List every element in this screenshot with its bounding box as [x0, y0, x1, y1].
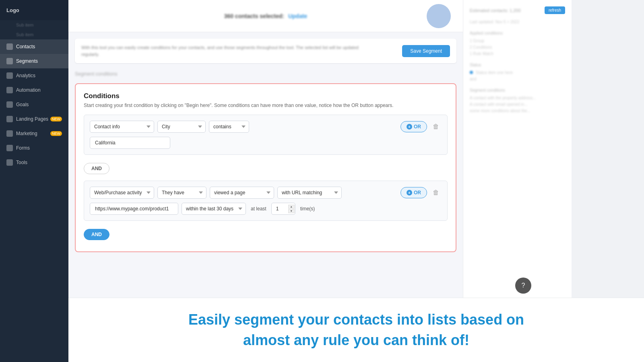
right-panel-status-item-0: Status item one here [470, 70, 565, 76]
bottom-text-section: Easily segment your contacts into lists … [68, 298, 644, 362]
sidebar-item-label: Tools [16, 160, 27, 165]
condition-row-2-selects: Web/Purchase activity Contact info Email… [90, 187, 442, 199]
sidebar-item-label: Segments [16, 58, 38, 64]
tools-icon [6, 159, 13, 166]
header-title: 360 contacts selected: Update [224, 13, 308, 19]
status-dot [470, 71, 473, 74]
landingpages-icon [6, 116, 13, 122]
or-label: OR [414, 124, 421, 130]
condition-row-2-delete-button[interactable]: 🗑 [430, 187, 442, 198]
and-button-container-2: AND [84, 226, 448, 243]
condition-row-2-url-input[interactable] [90, 203, 178, 215]
sidebar-item-label: Contacts [16, 44, 35, 49]
condition-row-1-value-input[interactable] [90, 137, 170, 149]
times-label: time(s) [300, 206, 315, 212]
or-icon: + [407, 124, 412, 130]
right-panel-section-updated: Last updated: Nov 5 > 2022 [470, 19, 565, 25]
right-panel-status-title: Status [470, 63, 565, 67]
sidebar-item-marketing[interactable]: Marketing NEW [0, 126, 68, 141]
right-panel-section-status: Status Status item one here and [470, 63, 565, 82]
spinner-up[interactable]: ▲ [288, 205, 295, 209]
automation-icon [6, 87, 13, 93]
condition-row-2-value-row: within the last 30 days within the last … [90, 203, 442, 215]
right-panel-refresh-button[interactable]: refresh [545, 6, 565, 14]
section-title: Segment conditions [68, 70, 463, 80]
sidebar-item-label: Analytics [16, 73, 35, 78]
header-title-prefix: 360 contacts selected: [224, 13, 284, 19]
condition-row-1-or-button[interactable]: + OR [400, 121, 427, 132]
goals-icon [6, 101, 13, 108]
sidebar-item-label: Landing Pages [16, 116, 48, 122]
condition-row-2-or-button[interactable]: + OR [400, 187, 427, 198]
contacts-icon [6, 43, 13, 50]
and-button-container-1: AND [84, 160, 448, 177]
conditions-box: Conditions Start creating your first con… [75, 83, 456, 252]
sidebar-item-analytics[interactable]: Analytics [0, 68, 68, 83]
condition-row-1-selects: Contact info Web/Purchase activity Email… [90, 121, 442, 133]
condition-row-1-operator-select[interactable]: contains equals starts with ends with [209, 121, 249, 133]
sidebar-sub-item-2[interactable]: Sub item [0, 30, 68, 39]
marketing-icon [6, 130, 13, 137]
sidebar-item-automation[interactable]: Automation [0, 83, 68, 97]
sidebar-item-contacts[interactable]: Contacts [0, 39, 68, 54]
right-panel-title: Estimated contacts: 1,200 [470, 8, 521, 13]
number-spinners: ▲ ▼ [288, 205, 295, 213]
and-button-2[interactable]: AND [84, 229, 109, 240]
sidebar-item-tools[interactable]: Tools [0, 155, 68, 170]
help-button[interactable]: ? [515, 278, 531, 294]
right-panel-header: Estimated contacts: 1,200 refresh [470, 6, 565, 14]
condition-row-1-field-select[interactable]: City Country State Email [157, 121, 206, 133]
header-title-link[interactable]: Update [288, 13, 307, 19]
sidebar-logo-text: Logo [6, 7, 19, 13]
info-banner-text: With this tool you can easily create con… [81, 44, 371, 58]
sidebar-item-forms[interactable]: Forms [0, 141, 68, 155]
right-panel-section-conditions: Segment conditions A contact with the pr… [470, 88, 565, 114]
sidebar-item-label: Marketing [16, 131, 37, 136]
forms-icon [6, 145, 13, 151]
segments-icon [6, 58, 13, 64]
sidebar-item-landingpages[interactable]: Landing Pages NEW [0, 112, 68, 126]
at-least-label: at least [251, 206, 266, 212]
condition-row-2-action-select[interactable]: viewed a page purchased visited [210, 187, 274, 199]
landingpages-badge: NEW [50, 117, 62, 121]
save-segment-button[interactable]: Save Segment [402, 45, 450, 57]
condition-row-1: Contact info Web/Purchase activity Email… [84, 115, 448, 155]
bottom-headline-line2: almost any rule you can think of! [243, 330, 469, 350]
bottom-headline-line1: Easily segment your contacts into lists … [188, 310, 524, 330]
marketing-badge: NEW [50, 131, 62, 136]
right-panel-applied-title: Applied conditions: [470, 31, 565, 35]
condition-row-2-subject-select[interactable]: They have They don't have [157, 187, 206, 199]
right-panel-condition-item-0: A contact with the property address... [470, 95, 565, 101]
info-banner: With this tool you can easily create con… [75, 39, 456, 63]
condition-row-1-delete-button[interactable]: 🗑 [430, 121, 442, 132]
condition-row-1-type-select[interactable]: Contact info Web/Purchase activity Email… [90, 121, 154, 133]
conditions-title: Conditions [84, 92, 448, 100]
right-panel-section-applied: Applied conditions: 1 Group 2 Conditions… [470, 31, 565, 57]
or-label-2: OR [414, 190, 421, 195]
right-panel-applied-item-2: 1 Rule Match [470, 51, 565, 57]
spinner-down[interactable]: ▼ [288, 209, 295, 213]
condition-row-2: Web/Purchase activity Contact info Email… [84, 181, 448, 221]
condition-row-2-url-select[interactable]: with URL matching with URL containing wi… [277, 187, 342, 199]
analytics-icon [6, 72, 13, 79]
right-panel-applied-item-1: 2 Conditions [470, 44, 565, 51]
sidebar-sub-item-1[interactable]: Sub item [0, 20, 68, 30]
condition-row-2-type-select[interactable]: Web/Purchase activity Contact info Email… [90, 187, 154, 199]
sidebar-logo: Logo [0, 0, 68, 20]
right-panel-applied-item-0: 1 Group [470, 38, 565, 44]
condition-row-1-value-row [90, 137, 442, 149]
sidebar: Logo Sub item Sub item Contacts Segments… [0, 0, 68, 362]
right-panel-condition-item-1: A contact with email opened in... [470, 101, 565, 108]
sidebar-item-goals[interactable]: Goals [0, 97, 68, 112]
sidebar-item-label: Automation [16, 87, 41, 93]
sidebar-item-label: Goals [16, 102, 29, 107]
sidebar-item-segments[interactable]: Segments [0, 54, 68, 68]
or-icon-2: + [407, 190, 412, 195]
avatar [427, 4, 451, 28]
conditions-description: Start creating your first condition by c… [84, 103, 448, 108]
right-panel-last-updated: Last updated: Nov 5 > 2022 [470, 19, 565, 25]
and-button-1[interactable]: AND [84, 163, 109, 174]
count-input-wrap: ▲ ▼ [271, 203, 295, 215]
condition-row-2-time-select[interactable]: within the last 30 days within the last … [182, 203, 246, 215]
right-panel: Estimated contacts: 1,200 refresh Last u… [463, 0, 572, 298]
